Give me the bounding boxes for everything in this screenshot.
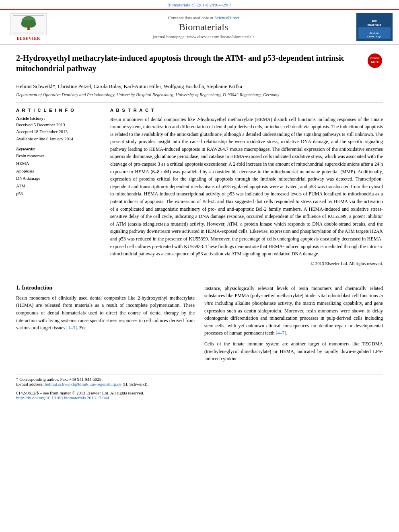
header-area: ELSEVIER Contents lists available at Sci… (0, 9, 399, 45)
section-number: 1. (16, 285, 21, 291)
homepage-text: journal homepage: www.elsevier.com/locat… (153, 34, 255, 39)
corresponding-note: * Corresponding author. Fax: +49 941 944… (16, 377, 383, 382)
lower-divider (16, 278, 383, 278)
email-label: E-mail address: (16, 382, 44, 386)
lower-section: 1. Introduction Resin monomers of clinic… (0, 278, 399, 408)
intro-col1-text: Resin monomers of clinically used dental… (16, 294, 195, 332)
journal-homepage: journal homepage: www.elsevier.com/locat… (51, 34, 356, 39)
elsevier-logo: ELSEVIER (6, 13, 51, 41)
svg-text:materials: materials (367, 23, 381, 26)
doi-link[interactable]: http://dx.doi.org/10.1016/j.biomaterials… (16, 395, 109, 400)
authors: Helmut Schweikl*, Christine Petzel, Caro… (16, 82, 383, 90)
body-col-right: instance, physiologically relevant level… (204, 285, 383, 366)
history-label: Article history: (16, 116, 101, 121)
keyword-6: p53 (16, 190, 101, 197)
crossmark-logo: Cross Mark (367, 53, 383, 69)
svg-text:Cross: Cross (370, 56, 380, 60)
elsevier-logo-image (10, 13, 47, 35)
header-center: Contents lists available at ScienceDirec… (51, 15, 356, 39)
abstract-col: A B S T R A C T Resin monomers of dental… (110, 108, 383, 266)
section-label: Introduction (22, 285, 52, 291)
dates-block: Received 5 December 2013 Accepted 18 Dec… (16, 121, 101, 143)
article-title: 2-Hydroxyethyl methacrylate-induced apop… (16, 53, 363, 74)
svg-text:Journal: Journal (369, 32, 379, 34)
svg-rect-4 (27, 26, 30, 30)
biomaterials-journal-logo: Bio materials Journal Cover Image (356, 13, 393, 41)
body-col-left: 1. Introduction Resin monomers of clinic… (16, 285, 195, 366)
received-date: Received 5 December 2013 (16, 121, 101, 129)
article-info-abstract: A R T I C L E I N F O Article history: R… (16, 108, 383, 266)
svg-text:Bio: Bio (372, 19, 377, 22)
keyword-4: DNA damage (16, 175, 101, 182)
keyword-1: Resin monomer (16, 152, 101, 160)
sciencedirect-anchor[interactable]: ScienceDirect (214, 15, 239, 20)
accepted-date: Accepted 18 December 2013 (16, 128, 101, 136)
article-content: 2-Hydroxyethyl methacrylate-induced apop… (0, 45, 399, 274)
article-info-col: A R T I C L E I N F O Article history: R… (16, 108, 101, 266)
body-two-col: 1. Introduction Resin monomers of clinic… (16, 285, 383, 366)
keyword-2: HEMA (16, 160, 101, 167)
issn-line: 0142-9612/$ – see front matter © 2013 El… (16, 390, 383, 395)
keywords-list: Resin monomer HEMA Apoptosis DNA damage … (16, 152, 101, 197)
svg-text:Mark: Mark (371, 60, 379, 64)
ref-1-3[interactable]: [1–3] (66, 325, 77, 331)
keywords-label: Keywords: (16, 146, 101, 151)
doi-line: http://dx.doi.org/10.1016/j.biomaterials… (16, 395, 383, 400)
email-suffix: (H. Schweikl). (123, 382, 148, 386)
authors-text: Helmut Schweikl*, Christine Petzel, Caro… (16, 83, 242, 89)
elsevier-text: ELSEVIER (17, 36, 41, 41)
abstract-heading: A B S T R A C T (110, 108, 383, 113)
journal-title: Biomaterials (51, 22, 356, 33)
article-info-heading: A R T I C L E I N F O (16, 108, 101, 113)
email-link[interactable]: helmut.schweikl@klinik.uni-regensburg.de (45, 382, 121, 386)
keyword-3: Apoptosis (16, 167, 101, 175)
citation-text: Biomaterials 35 (2014) 2890—2904 (167, 2, 232, 7)
intro-col2-text-2: Cells of the innate immune system are an… (204, 340, 383, 363)
svg-text:Cover Image: Cover Image (367, 35, 382, 38)
title-divider (16, 103, 383, 103)
footnote-area: * Corresponding author. Fax: +49 941 944… (16, 374, 383, 386)
page-wrapper: Biomaterials 35 (2014) 2890—2904 ELSEVIE… (0, 0, 399, 408)
available-date: Available online 8 January 2014 (16, 136, 101, 143)
citation-bar: Biomaterials 35 (2014) 2890—2904 (0, 0, 399, 9)
introduction-title: 1. Introduction (16, 285, 195, 291)
ref-4-7[interactable]: [4–7] (276, 330, 286, 336)
keyword-5: ATM (16, 182, 101, 190)
email-note: E-mail address: helmut.schweikl@klinik.u… (16, 382, 383, 386)
abstract-text: Resin monomers of dental composites like… (110, 116, 383, 258)
sciencedirect-link: Contents lists available at ScienceDirec… (51, 15, 356, 20)
affiliation: Department of Operative Dentistry and Pe… (16, 92, 383, 97)
contents-text: Contents lists available at (168, 15, 213, 20)
bottom-bar: 0142-9612/$ – see front matter © 2013 El… (16, 390, 383, 400)
intro-col2-text: instance, physiologically relevant level… (204, 285, 383, 337)
copyright: © 2013 Elsevier Ltd. All rights reserved… (110, 261, 383, 266)
